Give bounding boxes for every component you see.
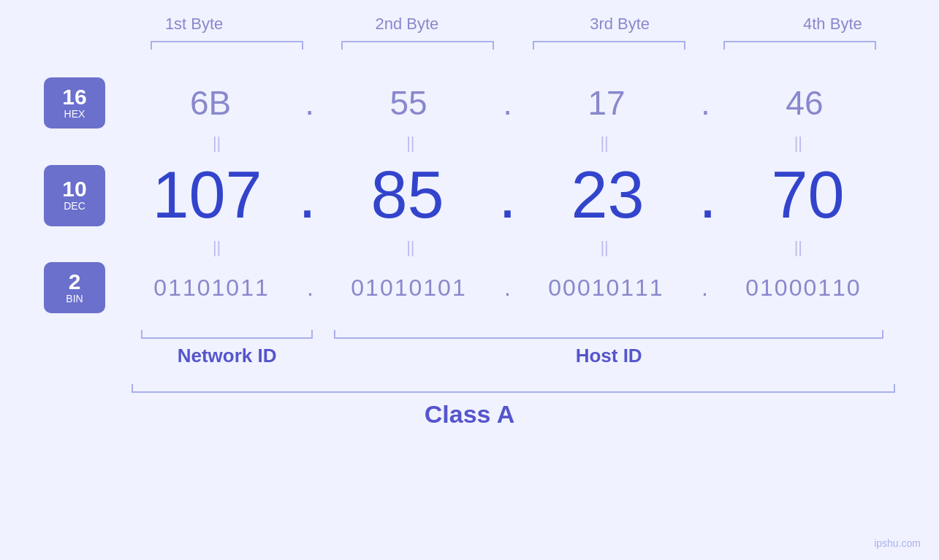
hex-badge: 16 HEX — [44, 77, 105, 129]
dec-val-1: 107 — [120, 158, 294, 233]
hex-values: 6B . 55 . 17 . 46 — [120, 83, 895, 123]
hex-dot-1: . — [305, 83, 314, 123]
class-label: Class A — [425, 400, 514, 429]
bin-val-3: 00010111 — [514, 275, 698, 302]
bracket-3 — [514, 41, 704, 55]
dec-val-4: 70 — [721, 158, 895, 233]
bin-dot-3: . — [702, 275, 708, 302]
host-bracket — [322, 317, 895, 339]
dec-values: 107 . 85 . 23 . 70 — [120, 158, 895, 233]
parallel-row-2: || || || || — [120, 237, 895, 258]
bin-dot-1: . — [307, 275, 313, 302]
bracket-2 — [322, 41, 513, 55]
byte-header-2: 2nd Byte — [300, 15, 513, 34]
bin-values: 01101011 . 01010101 . 00010111 . 0100011… — [120, 275, 895, 302]
bin-val-1: 01101011 — [120, 275, 303, 302]
host-id-label: Host ID — [322, 345, 895, 367]
hex-val-2: 55 — [318, 83, 499, 123]
byte-header-1: 1st Byte — [88, 15, 300, 34]
network-bracket — [132, 317, 322, 339]
dec-val-2: 85 — [320, 158, 495, 233]
dec-base-label: DEC — [64, 200, 85, 212]
hex-row: 16 HEX 6B . 55 . 17 . 46 — [44, 77, 895, 129]
parallel-1-4: || — [702, 134, 895, 153]
byte-headers-row: 1st Byte 2nd Byte 3rd Byte 4th Byte — [88, 15, 939, 34]
dec-dot-2: . — [498, 158, 517, 233]
id-brackets — [132, 317, 895, 339]
bin-val-4: 01000110 — [712, 275, 895, 302]
dec-val-3: 23 — [520, 158, 695, 233]
dec-dot-3: . — [699, 158, 717, 233]
dec-badge: 10 DEC — [44, 165, 105, 226]
hex-val-4: 46 — [714, 83, 895, 123]
parallel-2-4: || — [702, 238, 895, 257]
bin-badge: 2 BIN — [44, 262, 105, 313]
hex-dot-2: . — [503, 83, 512, 123]
parallel-1-1: || — [120, 134, 313, 153]
hex-base-number: 16 — [62, 86, 86, 108]
hex-base-label: HEX — [64, 108, 85, 120]
byte-header-3: 3rd Byte — [514, 15, 726, 34]
top-brackets — [132, 41, 895, 55]
parallel-2-2: || — [313, 238, 507, 257]
id-labels-row: Network ID Host ID — [132, 345, 895, 367]
network-id-label: Network ID — [132, 345, 322, 367]
bin-base-label: BIN — [66, 293, 83, 305]
dec-dot-1: . — [298, 158, 316, 233]
parallel-2-3: || — [508, 238, 702, 257]
parallel-2-1: || — [120, 238, 313, 257]
main-container: 1st Byte 2nd Byte 3rd Byte 4th Byte 16 H… — [0, 0, 939, 560]
parallel-row-1: || || || || — [120, 132, 895, 154]
class-label-row: Class A — [44, 400, 895, 429]
watermark: ipshu.com — [874, 537, 921, 549]
bin-dot-2: . — [504, 275, 511, 302]
bracket-1 — [132, 41, 322, 55]
parallel-1-2: || — [313, 134, 507, 153]
bin-val-2: 01010101 — [317, 275, 501, 302]
parallel-1-3: || — [508, 134, 702, 153]
hex-val-3: 17 — [516, 83, 697, 123]
hex-val-1: 6B — [120, 83, 301, 123]
bin-row: 2 BIN 01101011 . 01010101 . 00010111 . 0… — [44, 262, 895, 313]
hex-dot-3: . — [701, 83, 710, 123]
bracket-4 — [704, 41, 895, 55]
dec-row: 10 DEC 107 . 85 . 23 . 70 — [44, 158, 895, 233]
bin-base-number: 2 — [69, 271, 81, 293]
class-bracket — [132, 378, 895, 393]
dec-base-number: 10 — [62, 178, 86, 200]
byte-header-4: 4th Byte — [726, 15, 939, 34]
